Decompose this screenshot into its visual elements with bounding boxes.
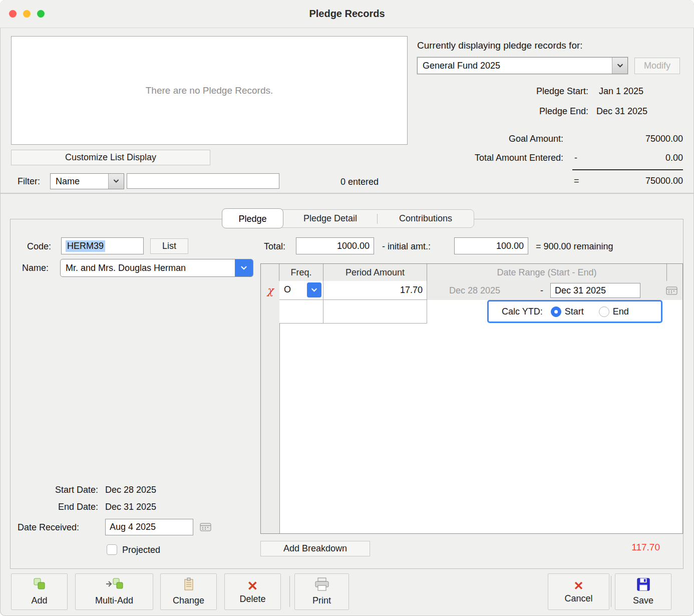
cancel-button-label: Cancel	[564, 593, 592, 604]
pledge-records-window: Pledge Records There are no Pledge Recor…	[0, 0, 694, 616]
window-title: Pledge Records	[0, 0, 694, 28]
pledge-end-label: Pledge End:	[451, 106, 588, 117]
freq-value[interactable]: O	[284, 284, 291, 295]
remaining-goal-value: 75000.00	[583, 176, 683, 186]
save-button-label: Save	[633, 595, 653, 606]
section-divider	[0, 193, 694, 194]
add-icon	[31, 577, 48, 594]
goal-amount-value: 75000.00	[583, 134, 683, 144]
tab-pledge-detail[interactable]: Pledge Detail	[283, 210, 377, 227]
filter-field-value: Name	[51, 174, 108, 189]
name-label: Name:	[22, 263, 49, 273]
header-delete-col	[261, 264, 279, 281]
chevron-down-icon	[108, 174, 124, 189]
breakdown-table: Freq. Period Amount Date Range (Start - …	[260, 263, 683, 534]
period-amount-cell[interactable]: 17.70	[323, 281, 427, 300]
calc-ytd-start-radio[interactable]	[551, 306, 561, 317]
date-received-input[interactable]: Aug 4 2025	[105, 519, 193, 535]
start-date-value: Dec 28 2025	[105, 485, 156, 495]
date-range-separator: -	[540, 285, 543, 296]
change-button-label: Change	[173, 595, 204, 606]
minus-sign: -	[574, 153, 577, 163]
delete-icon: ✕	[247, 579, 258, 592]
breakdown-table-header: Freq. Period Amount Date Range (Start - …	[261, 264, 682, 281]
delete-button[interactable]: ✕ Delete	[224, 573, 281, 610]
chevron-down-icon[interactable]	[235, 259, 253, 276]
modify-button[interactable]: Modify	[634, 58, 680, 74]
total-label: Total:	[264, 241, 285, 252]
end-date-value: Dec 31 2025	[105, 502, 156, 512]
start-date-label: Start Date:	[30, 485, 98, 495]
date-received-label: Date Received:	[18, 522, 79, 533]
print-button-label: Print	[312, 595, 331, 606]
cancel-icon: ✕	[573, 580, 583, 592]
fund-dropdown-value: General Fund 2025	[418, 58, 612, 74]
entered-count: 0 entered	[340, 177, 379, 187]
add-breakdown-button[interactable]: Add Breakdown	[260, 541, 370, 556]
end-date-label: End Date:	[30, 502, 98, 512]
add-button-label: Add	[31, 595, 47, 606]
delete-row-button[interactable]: χ	[261, 281, 279, 300]
list-button[interactable]: List	[150, 238, 188, 254]
multi-add-button[interactable]: Multi-Add	[75, 573, 153, 610]
tab-pledge[interactable]: Pledge	[222, 208, 283, 228]
calendar-icon[interactable]	[199, 521, 212, 534]
goal-amount-label: Goal Amount:	[431, 134, 563, 144]
calendar-icon[interactable]	[665, 285, 678, 298]
filter-field-dropdown[interactable]: Name	[50, 173, 124, 189]
name-combo-value: Mr. and Mrs. Douglas Herman	[61, 259, 235, 276]
projected-label: Projected	[122, 545, 160, 555]
pledge-record-list[interactable]: There are no Pledge Records.	[11, 36, 408, 145]
multi-add-icon	[105, 577, 124, 594]
period-amount-cell-empty	[323, 300, 427, 324]
save-button[interactable]: Save	[615, 573, 671, 610]
period-total: 117.70	[581, 542, 660, 553]
tab-contributions[interactable]: Contributions	[378, 210, 474, 227]
empty-list-message: There are no Pledge Records.	[146, 85, 273, 96]
pledge-start-label: Pledge Start:	[451, 86, 588, 97]
pledge-end-value: Dec 31 2025	[596, 106, 647, 117]
header-period-amount: Period Amount	[323, 264, 427, 281]
print-button[interactable]: Print	[294, 573, 349, 610]
cancel-button[interactable]: ✕ Cancel	[548, 573, 609, 610]
freq-combo-button[interactable]	[307, 282, 321, 297]
initial-amount-input[interactable]: 100.00	[454, 237, 528, 254]
date-range-end-input[interactable]: Dec 31 2025	[550, 283, 640, 298]
initial-amount-label: - initial amt.:	[382, 241, 431, 252]
header-calendar-col	[666, 264, 682, 281]
save-icon	[636, 577, 650, 594]
toolbar-divider	[289, 576, 290, 607]
freq-cell: O	[279, 281, 323, 300]
toolbar-divider	[611, 576, 611, 607]
projected-checkbox[interactable]	[107, 544, 117, 555]
code-value: HERM39	[66, 240, 105, 252]
total-entered-label: Total Amount Entered:	[431, 153, 563, 163]
freq-cell-empty	[279, 300, 323, 324]
chevron-down-icon	[612, 58, 627, 74]
name-combo[interactable]: Mr. and Mrs. Douglas Herman	[60, 259, 253, 277]
total-input[interactable]: 1000.00	[296, 237, 374, 254]
filter-text-input[interactable]	[127, 173, 279, 189]
add-button[interactable]: Add	[11, 573, 68, 610]
delete-column: χ	[261, 281, 280, 533]
sum-line	[572, 169, 683, 170]
code-input[interactable]: HERM39	[61, 237, 144, 254]
equals-sign: =	[574, 176, 579, 186]
customize-list-display-button[interactable]: Customize List Display	[11, 150, 210, 165]
print-icon	[313, 577, 330, 594]
change-button[interactable]: Change	[160, 573, 217, 610]
remaining-text: = 900.00 remaining	[536, 241, 613, 252]
date-range-start: Dec 28 2025	[449, 285, 533, 296]
calc-ytd-start-label: Start	[565, 306, 584, 317]
fund-dropdown[interactable]: General Fund 2025	[417, 57, 628, 74]
title-bar: Pledge Records	[0, 0, 694, 28]
calc-ytd-control: Calc YTD: Start End	[487, 300, 662, 323]
calc-ytd-end-radio[interactable]	[599, 306, 609, 317]
code-label: Code:	[27, 241, 51, 252]
multi-add-button-label: Multi-Add	[95, 595, 133, 606]
pledge-start-value: Jan 1 2025	[599, 86, 643, 97]
delete-button-label: Delete	[239, 594, 265, 604]
filter-label: Filter:	[18, 176, 40, 187]
fund-heading: Currently displaying pledge records for:	[417, 40, 583, 51]
date-range-cell: Dec 28 2025 - Dec 31 2025	[427, 281, 682, 300]
